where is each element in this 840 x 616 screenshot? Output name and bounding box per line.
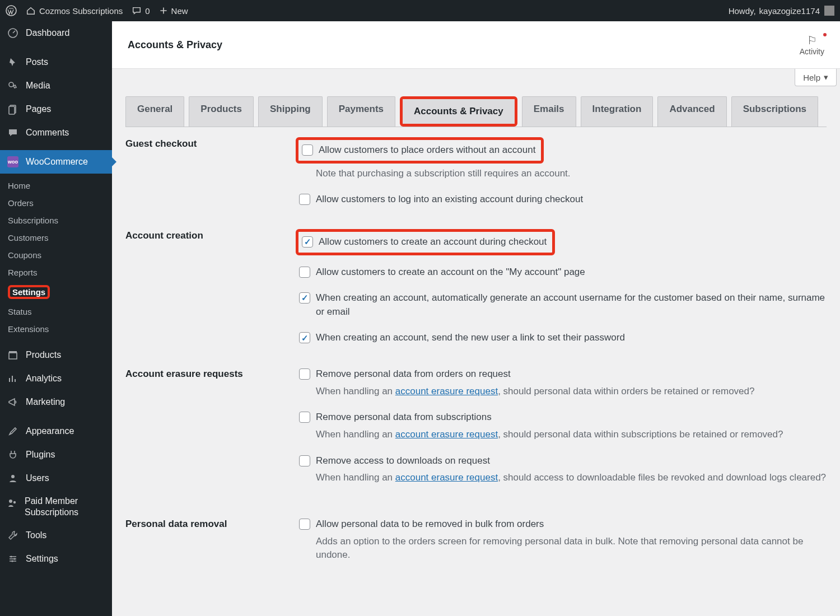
chk-login-during-checkout[interactable] (299, 194, 310, 205)
help-toggle[interactable]: Help ▾ (795, 69, 837, 86)
page-title: Accounts & Privacy (128, 39, 222, 51)
sidebar-item-plugins[interactable]: Plugins (0, 443, 112, 466)
chk-create-on-myaccount[interactable] (299, 267, 310, 278)
sidebar-item-label: Appearance (26, 426, 74, 436)
svg-point-12 (11, 560, 13, 562)
subitem-settings[interactable]: Settings (0, 281, 112, 303)
opt-label: Allow customers to place orders without … (319, 143, 535, 157)
opt-label: When creating an account, automatically … (316, 291, 827, 319)
sidebar-item-dashboard[interactable]: Dashboard (0, 21, 112, 45)
sidebar-item-marketing[interactable]: Marketing (0, 390, 112, 414)
page-header: Accounts & Privacy ⚐ Activity (112, 21, 840, 69)
sidebar-item-settings[interactable]: Settings (0, 547, 112, 571)
note-text: When handling an account erasure request… (316, 385, 827, 399)
subitem-extensions[interactable]: Extensions (0, 320, 112, 338)
section-guest-checkout: Guest checkout Allow customers to place … (125, 137, 827, 209)
comment-icon (132, 6, 142, 16)
note-text: Note that purchasing a subscription stil… (316, 167, 827, 181)
sidebar-item-pages[interactable]: Pages (0, 97, 112, 121)
svg-point-8 (9, 500, 12, 503)
howdy-prefix: Howdy, (729, 6, 756, 16)
svg-point-7 (11, 475, 15, 478)
subitem-coupons[interactable]: Coupons (0, 246, 112, 264)
note-text: When handling an account erasure request… (316, 428, 827, 442)
comments-count: 0 (145, 6, 150, 16)
tab-emails[interactable]: Emails (522, 96, 576, 127)
chk-guest-orders[interactable] (302, 144, 313, 156)
tab-subscriptions[interactable]: Subscriptions (731, 96, 818, 127)
subitem-home[interactable]: Home (0, 177, 112, 194)
opt-label: Allow customers to log into an existing … (316, 193, 583, 207)
link-erasure-request[interactable]: account erasure request (395, 386, 498, 396)
chk-remove-order-data[interactable] (299, 368, 310, 380)
section-heading: Personal data removal (125, 517, 282, 530)
megaphone-icon (7, 396, 19, 408)
svg-point-0 (6, 6, 16, 16)
sidebar-item-pms[interactable]: Paid Member Subscriptions (0, 490, 112, 524)
account-link[interactable]: Howdy, kayazogize1174 (729, 6, 820, 16)
chk-remove-downloads[interactable] (299, 455, 310, 466)
woocommerce-icon: woo (7, 156, 19, 168)
opt-label: Allow customers to create an account dur… (319, 235, 547, 249)
plugin-icon (7, 449, 19, 461)
comments-link[interactable]: 0 (132, 6, 150, 16)
avatar[interactable] (824, 6, 834, 16)
sidebar-item-tools[interactable]: Tools (0, 524, 112, 547)
sidebar-item-posts[interactable]: Posts (0, 50, 112, 74)
svg-rect-4 (9, 106, 15, 114)
sidebar-item-label: Settings (26, 554, 58, 564)
tab-payments[interactable]: Payments (327, 96, 395, 127)
dashboard-icon (7, 27, 19, 39)
tab-accounts-privacy[interactable]: Accounts & Privacy (403, 99, 515, 124)
wp-logo[interactable] (6, 5, 17, 16)
sidebar-item-label: Tools (26, 530, 46, 540)
subitem-status[interactable]: Status (0, 303, 112, 320)
tab-general[interactable]: General (125, 96, 184, 127)
note-text: When handling an account erasure request… (316, 471, 827, 485)
sidebar-item-users[interactable]: Users (0, 466, 112, 490)
chevron-down-icon: ▾ (824, 72, 828, 82)
sidebar-item-analytics[interactable]: Analytics (0, 367, 112, 390)
svg-point-10 (10, 556, 12, 557)
archive-icon (7, 349, 19, 361)
opt-label: Allow personal data to be removed in bul… (316, 517, 544, 531)
sidebar-item-label: Products (26, 350, 61, 360)
opt-label: When creating an account, send the new u… (316, 331, 625, 345)
sidebar-item-label: Plugins (26, 450, 55, 460)
wordpress-icon (6, 5, 17, 16)
sidebar-item-comments[interactable]: Comments (0, 121, 112, 144)
chk-bulk-remove[interactable] (299, 519, 310, 530)
chk-send-password-link[interactable] (299, 332, 310, 343)
sidebar-item-label: Analytics (26, 374, 62, 384)
comment-icon (7, 127, 19, 139)
section-personal-removal: Personal data removal Allow personal dat… (125, 517, 827, 575)
sidebar-item-products[interactable]: Products (0, 343, 112, 367)
sidebar-item-label: Paid Member Subscriptions (25, 496, 105, 518)
tab-integration[interactable]: Integration (581, 96, 654, 127)
opt-label: Allow customers to create an account on … (316, 265, 585, 279)
sidebar-item-media[interactable]: Media (0, 74, 112, 97)
new-link[interactable]: New (159, 6, 188, 16)
settings-tabs: General Products Shipping Payments Accou… (125, 96, 827, 127)
sidebar-item-appearance[interactable]: Appearance (0, 419, 112, 443)
chk-create-on-checkout[interactable] (302, 236, 313, 248)
sidebar-item-label: WooCommerce (26, 157, 88, 167)
chk-generate-username[interactable] (299, 292, 310, 304)
link-erasure-request[interactable]: account erasure request (395, 429, 498, 440)
brush-icon (7, 425, 19, 437)
subitem-orders[interactable]: Orders (0, 194, 112, 212)
tab-products[interactable]: Products (189, 96, 254, 127)
subitem-reports[interactable]: Reports (0, 264, 112, 281)
subitem-customers[interactable]: Customers (0, 229, 112, 246)
chk-remove-sub-data[interactable] (299, 412, 310, 423)
sidebar-item-woocommerce[interactable]: woo WooCommerce (0, 150, 112, 174)
activity-button[interactable]: ⚐ Activity (800, 34, 824, 56)
pin-icon (7, 56, 19, 68)
subitem-subscriptions[interactable]: Subscriptions (0, 212, 112, 229)
site-link[interactable]: Cozmos Subscriptions (26, 6, 123, 16)
svg-rect-5 (9, 353, 17, 359)
tab-shipping[interactable]: Shipping (258, 96, 323, 127)
link-erasure-request[interactable]: account erasure request (395, 472, 498, 483)
tab-advanced[interactable]: Advanced (657, 96, 726, 127)
home-icon (26, 6, 36, 16)
